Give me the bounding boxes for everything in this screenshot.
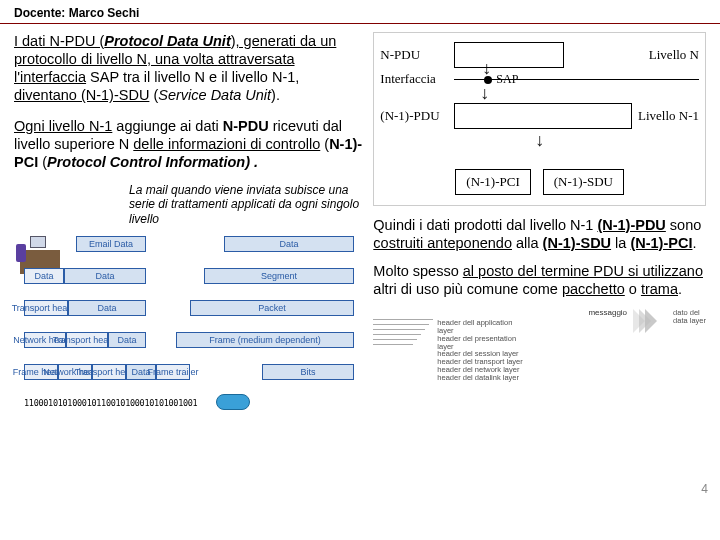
left-column: I dati N-PDU (Protocol Data Unit), gener… xyxy=(14,32,363,420)
paragraph-3: Quindi i dati prodotti dal livello N-1 (… xyxy=(373,216,706,252)
label-npdu: N-PDU xyxy=(380,47,454,63)
box-pci: (N-1)-PCI xyxy=(455,169,530,195)
pdu-sdu-diagram: N-PDU Livello N Interfaccia ↓ ↓ SAP (N-1… xyxy=(373,32,706,206)
email-caption: La mail quando viene inviata subisce una… xyxy=(129,183,363,226)
cell-packet: Packet xyxy=(190,300,354,316)
cell-data4: Data xyxy=(108,332,146,348)
cell-data-r: Data xyxy=(224,236,354,252)
paragraph-4: Molto spesso al posto del termine PDU si… xyxy=(373,262,706,298)
label-livN1: Livello N-1 xyxy=(638,108,699,124)
box-n1pdu xyxy=(454,103,632,129)
message-headers-diagram: messaggio header dell application layer … xyxy=(373,309,706,382)
cell-th: Transport header xyxy=(24,300,68,316)
page-header: Docente: Marco Sechi xyxy=(0,0,720,24)
arrow-down2-icon: ↓ xyxy=(480,83,489,104)
msg-headers-list: header dell application layer header del… xyxy=(437,319,527,382)
msg-data-layer: dato del data layer xyxy=(673,309,706,326)
msg-title: messaggio xyxy=(373,309,627,317)
main-content: I dati N-PDU (Protocol Data Unit), gener… xyxy=(0,24,720,420)
cell-segment: Segment xyxy=(204,268,354,284)
box-sdu: (N-1)-SDU xyxy=(543,169,624,195)
label-sap: SAP xyxy=(496,72,518,87)
page-number: 4 xyxy=(701,482,708,496)
paragraph-2: Ogni livello N-1 aggiunge ai dati N-PDU … xyxy=(14,117,363,171)
label-n1pdu: (N-1)-PDU xyxy=(380,108,454,124)
cell-th2: Transport header xyxy=(66,332,108,348)
label-iface: Interfaccia xyxy=(380,71,454,87)
big-arrow-icon: ↓ xyxy=(380,130,699,151)
cell-data-h: Data xyxy=(24,268,64,284)
encapsulation-diagram: Email Data Data Data Data Segment Transp… xyxy=(14,230,363,420)
cell-data2: Data xyxy=(64,268,146,284)
paragraph-1: I dati N-PDU (Protocol Data Unit), gener… xyxy=(14,32,363,105)
cell-data3: Data xyxy=(68,300,146,316)
right-column: N-PDU Livello N Interfaccia ↓ ↓ SAP (N-1… xyxy=(373,32,706,420)
label-livN: Livello N xyxy=(649,47,699,63)
bitstream: 110001010100010110010100010101001001 xyxy=(24,398,197,408)
cell-bits: Bits xyxy=(262,364,354,380)
docente-label: Docente: Marco Sechi xyxy=(14,6,139,20)
cell-th3: Transport header xyxy=(92,364,126,380)
router-icon xyxy=(216,394,250,410)
cell-email: Email Data xyxy=(76,236,146,252)
chevron-right-icon xyxy=(633,309,667,353)
box-empty-npdu xyxy=(454,42,564,68)
cell-ft: Frame trailer xyxy=(156,364,190,380)
cell-frame: Frame (medium dependent) xyxy=(176,332,354,348)
